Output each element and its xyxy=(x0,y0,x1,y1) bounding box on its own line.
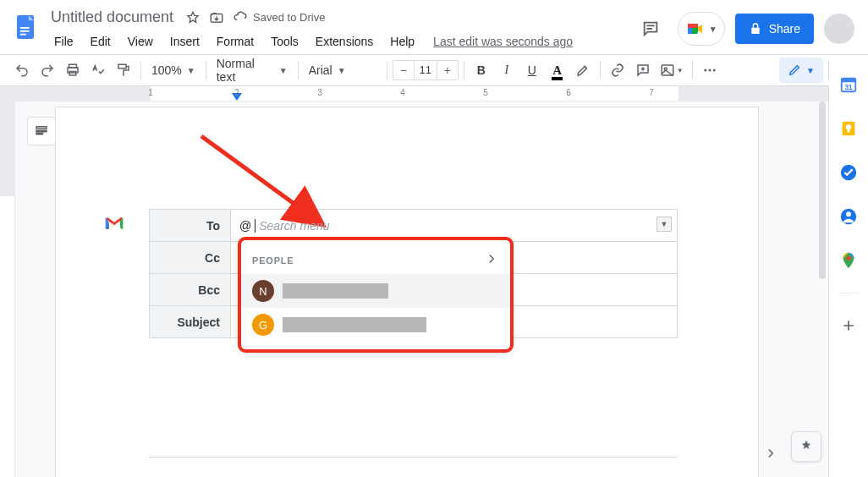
svg-point-15 xyxy=(708,69,711,72)
text-cursor xyxy=(255,219,255,233)
svg-text:31: 31 xyxy=(844,84,853,91)
email-draft-block: To @Search menu ▼ Cc Bcc xyxy=(107,209,682,458)
people-header: PEOPLE xyxy=(252,255,294,266)
get-addons-button[interactable] xyxy=(832,309,865,343)
insert-comment-button[interactable] xyxy=(631,58,655,82)
highlight-button[interactable] xyxy=(571,58,595,82)
move-icon[interactable] xyxy=(209,10,224,25)
menu-view[interactable]: View xyxy=(121,31,160,52)
people-suggestion-1[interactable]: N xyxy=(240,274,511,308)
outline-toggle-button[interactable] xyxy=(27,117,56,145)
gmail-icon xyxy=(105,216,124,231)
insert-image-button[interactable]: ▼ xyxy=(656,58,687,82)
font-select[interactable]: Arial▼ xyxy=(304,58,382,82)
bold-button[interactable]: B xyxy=(470,58,493,82)
toolbar: 100%▼ Normal text▼ Arial▼ − 11 + B I U A… xyxy=(0,54,868,86)
insert-link-button[interactable] xyxy=(606,58,629,82)
document-page[interactable]: To @Search menu ▼ Cc Bcc xyxy=(55,107,759,477)
more-tools-button[interactable] xyxy=(698,58,722,82)
chevron-down-icon: ▼ xyxy=(806,66,815,75)
svg-rect-19 xyxy=(36,133,43,134)
docs-logo[interactable] xyxy=(8,10,42,44)
font-size-control: − 11 + xyxy=(393,60,459,80)
editing-mode-button[interactable]: ▼ xyxy=(779,58,823,83)
workarea: 1 2 3 4 5 6 7 To xyxy=(0,86,829,477)
side-panel: 31 xyxy=(829,56,868,477)
chevron-down-icon: ▼ xyxy=(709,25,717,34)
horizontal-ruler[interactable]: 1 2 3 4 5 6 7 xyxy=(0,86,828,101)
svg-rect-3 xyxy=(20,34,26,36)
last-edit-link[interactable]: Last edit was seconds ago xyxy=(433,35,573,48)
spellcheck-button[interactable] xyxy=(86,58,110,82)
svg-point-14 xyxy=(704,69,706,72)
lock-icon xyxy=(749,22,762,36)
font-size-value[interactable]: 11 xyxy=(414,60,437,80)
sidepanel-collapse-button[interactable] xyxy=(755,438,786,469)
contacts-addon[interactable] xyxy=(832,200,865,233)
explore-button[interactable] xyxy=(791,431,821,462)
meet-button[interactable]: ▼ xyxy=(678,12,725,46)
avatar: N xyxy=(252,280,274,302)
paint-format-button[interactable] xyxy=(112,58,135,82)
to-placeholder: Search menu xyxy=(259,219,329,233)
font-size-increase[interactable]: + xyxy=(437,60,458,80)
svg-point-25 xyxy=(846,124,851,129)
cc-label: Cc xyxy=(150,242,231,274)
mail-body-divider xyxy=(149,457,678,458)
svg-rect-7 xyxy=(688,24,698,28)
share-label: Share xyxy=(769,22,800,36)
menu-file[interactable]: File xyxy=(47,31,80,52)
zoom-select[interactable]: 100%▼ xyxy=(146,58,201,82)
svg-rect-12 xyxy=(662,65,673,75)
menu-format[interactable]: Format xyxy=(210,31,261,52)
style-select[interactable]: Normal text▼ xyxy=(212,58,293,82)
drive-status-text: Saved to Drive xyxy=(253,11,325,24)
to-field[interactable]: @Search menu ▼ xyxy=(231,210,678,242)
star-icon[interactable] xyxy=(185,10,201,25)
menu-insert[interactable]: Insert xyxy=(163,31,206,52)
to-label: To xyxy=(150,210,231,242)
pencil-icon xyxy=(788,63,801,77)
svg-rect-26 xyxy=(848,129,850,133)
svg-rect-18 xyxy=(36,130,47,132)
redo-button[interactable] xyxy=(36,58,59,82)
menubar: File Edit View Insert Format Tools Exten… xyxy=(47,28,573,52)
cloud-icon xyxy=(233,8,248,26)
text-color-button[interactable]: A xyxy=(546,58,569,82)
people-more-button[interactable] xyxy=(484,251,499,269)
svg-point-16 xyxy=(712,69,715,72)
bcc-label: Bcc xyxy=(150,274,231,306)
underline-button[interactable]: U xyxy=(520,58,544,82)
menu-edit[interactable]: Edit xyxy=(84,31,118,52)
avatar: G xyxy=(252,314,274,336)
font-size-decrease[interactable]: − xyxy=(393,60,414,80)
menu-tools[interactable]: Tools xyxy=(264,31,305,52)
to-dropdown-button[interactable]: ▼ xyxy=(656,217,672,232)
share-button[interactable]: Share xyxy=(735,14,814,44)
calendar-addon[interactable]: 31 xyxy=(832,68,865,101)
svg-rect-11 xyxy=(118,64,126,69)
svg-rect-2 xyxy=(20,30,30,32)
keep-addon[interactable] xyxy=(832,112,865,145)
vertical-ruler[interactable] xyxy=(0,101,15,477)
svg-rect-22 xyxy=(842,79,856,83)
print-button[interactable] xyxy=(61,58,85,82)
people-suggestion-2[interactable]: G xyxy=(240,308,511,342)
menu-extensions[interactable]: Extensions xyxy=(309,31,380,52)
redacted-name xyxy=(283,283,388,299)
maps-addon[interactable] xyxy=(832,244,865,277)
svg-point-29 xyxy=(846,211,851,217)
scrollbar[interactable] xyxy=(816,101,828,321)
people-popover: PEOPLE N G xyxy=(240,239,511,350)
italic-button[interactable]: I xyxy=(495,58,519,82)
doc-title[interactable]: Untitled document xyxy=(47,7,177,28)
svg-rect-17 xyxy=(36,127,47,129)
tasks-addon[interactable] xyxy=(832,156,865,189)
comments-history-icon[interactable] xyxy=(634,12,667,46)
menu-help[interactable]: Help xyxy=(383,31,421,52)
subject-label: Subject xyxy=(150,306,231,338)
undo-button[interactable] xyxy=(10,58,34,82)
account-avatar[interactable] xyxy=(824,14,854,44)
svg-point-30 xyxy=(846,256,850,260)
svg-rect-1 xyxy=(20,27,30,29)
